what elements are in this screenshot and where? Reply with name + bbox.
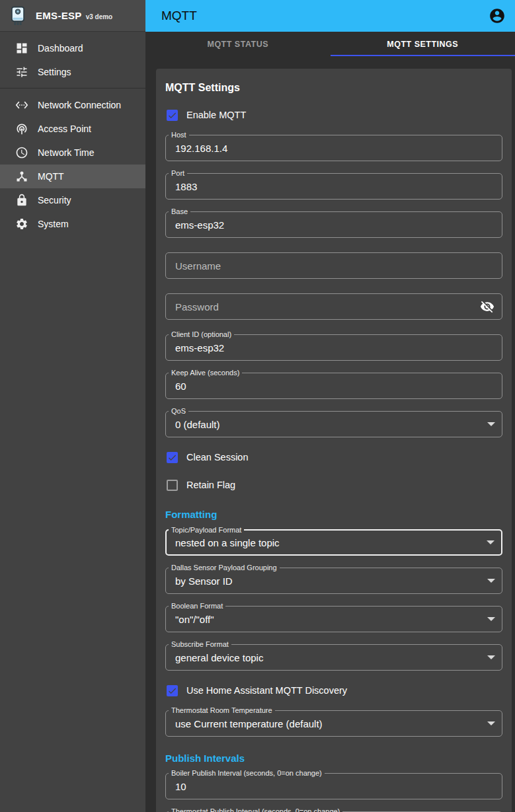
field-label: Keep Alive (seconds)	[169, 369, 242, 377]
clock-icon	[15, 146, 28, 159]
port-field[interactable]: Port 1883	[165, 173, 502, 200]
main-area: MQTT MQTT STATUS MQTT SETTINGS MQTT Sett…	[145, 0, 515, 812]
field-value: general device topic	[175, 652, 263, 663]
field-label: Host	[169, 131, 189, 139]
field-value: ems-esp32	[175, 219, 224, 231]
field-value: 60	[175, 381, 186, 392]
tune-icon	[15, 65, 28, 79]
field-value: use Current temperature (default)	[175, 718, 323, 729]
host-field[interactable]: Host 192.168.1.4	[165, 135, 502, 161]
app-title: EMS-ESP	[36, 10, 82, 21]
field-value: by Sensor ID	[175, 575, 233, 587]
sidebar-item-label: Network Connection	[38, 100, 121, 110]
sidebar: EMS-ESP v3 demo Dashboard Settings	[0, 0, 145, 812]
ethernet-icon	[15, 98, 28, 112]
publish-intervals-section-heading: Publish Intervals	[165, 753, 502, 764]
tab-mqtt-settings[interactable]: MQTT SETTINGS	[331, 32, 515, 56]
formatting-section-heading: Formatting	[165, 509, 502, 520]
app-version: v3 demo	[86, 13, 113, 20]
chevron-down-icon	[487, 617, 495, 621]
sidebar-project-group: Network Connection Access Point Network …	[0, 89, 145, 240]
checkbox-unchecked-icon[interactable]	[167, 480, 178, 491]
field-value: "on"/"off"	[175, 614, 214, 625]
sidebar-item-network-time[interactable]: Network Time	[0, 141, 145, 165]
base-field[interactable]: Base ems-esp32	[165, 211, 502, 238]
username-field[interactable]: Username	[165, 252, 502, 279]
enable-mqtt-checkbox-row[interactable]: Enable MQTT	[165, 107, 502, 123]
thermostat-room-temp-select[interactable]: Thermostat Room Temperature use Current …	[165, 710, 502, 737]
field-value: ems-esp32	[175, 342, 224, 353]
field-label: Subscribe Format	[169, 640, 231, 649]
gear-icon	[15, 217, 28, 231]
topic-payload-format-select[interactable]: Topic/Payload Format nested on a single …	[165, 529, 502, 556]
card-heading: MQTT Settings	[165, 82, 502, 94]
sidebar-item-label: System	[38, 219, 69, 229]
checkbox-label: Enable MQTT	[186, 110, 246, 120]
chevron-down-icon	[487, 655, 495, 659]
wifi-tethering-icon	[15, 122, 28, 135]
clean-session-checkbox-row[interactable]: Clean Session	[165, 449, 502, 465]
sidebar-item-dashboard[interactable]: Dashboard	[0, 36, 145, 60]
dallas-grouping-select[interactable]: Dallas Sensor Payload Grouping by Sensor…	[165, 568, 502, 594]
tab-mqtt-status[interactable]: MQTT STATUS	[145, 32, 331, 56]
field-value: 0 (default)	[175, 419, 220, 430]
boiler-publish-interval-field[interactable]: Boiler Publish Interval (seconds, 0=on c…	[165, 773, 502, 799]
chevron-down-icon	[487, 422, 495, 426]
checkbox-label: Clean Session	[186, 452, 249, 462]
field-label: Port	[169, 169, 187, 178]
sidebar-item-label: MQTT	[38, 171, 64, 182]
sidebar-item-label: Network Time	[38, 147, 95, 158]
sidebar-item-label: Security	[38, 195, 71, 205]
password-field[interactable]: Password	[165, 293, 502, 320]
keep-alive-field[interactable]: Keep Alive (seconds) 60	[165, 373, 502, 399]
checkbox-label: Use Home Assistant MQTT Discovery	[186, 685, 347, 696]
ha-discovery-checkbox-row[interactable]: Use Home Assistant MQTT Discovery	[165, 683, 502, 698]
field-placeholder: Username	[175, 260, 221, 272]
sidebar-item-label: Dashboard	[38, 43, 83, 54]
checkbox-checked-icon[interactable]	[167, 452, 178, 463]
sidebar-item-mqtt[interactable]: MQTT	[0, 165, 145, 188]
sidebar-item-security[interactable]: Security	[0, 188, 145, 212]
dashboard-icon	[15, 42, 28, 55]
subscribe-format-select[interactable]: Subscribe Format general device topic	[165, 644, 502, 671]
checkbox-checked-icon[interactable]	[167, 685, 178, 696]
sidebar-item-label: Access Point	[38, 124, 91, 134]
app-root: EMS-ESP v3 demo Dashboard Settings	[0, 0, 515, 812]
boolean-format-select[interactable]: Boolean Format "on"/"off"	[165, 606, 502, 632]
client-id-field[interactable]: Client ID (optional) ems-esp32	[165, 334, 502, 361]
field-label: Thermostat Room Temperature	[169, 706, 275, 715]
ems-esp-logo-icon	[9, 6, 26, 26]
tab-indicator	[331, 55, 515, 56]
sidebar-item-network-connection[interactable]: Network Connection	[0, 93, 145, 117]
page-title: MQTT	[161, 9, 489, 23]
sidebar-item-access-point[interactable]: Access Point	[0, 117, 145, 141]
field-placeholder: Password	[175, 301, 219, 313]
field-value: 1883	[175, 181, 197, 192]
field-label: Dallas Sensor Payload Grouping	[169, 564, 280, 572]
field-label: Base	[169, 207, 190, 216]
sidebar-item-label: Settings	[38, 67, 71, 77]
field-label: Client ID (optional)	[169, 330, 234, 339]
field-value: nested on a single topic	[175, 537, 280, 548]
field-label: Thermostat Publish Interval (seconds, 0=…	[169, 807, 342, 812]
qos-select[interactable]: QoS 0 (default)	[165, 411, 502, 437]
sidebar-primary-group: Dashboard Settings	[0, 32, 145, 88]
field-value: 10	[175, 781, 186, 792]
sidebar-header: EMS-ESP v3 demo	[0, 0, 145, 32]
account-circle-icon[interactable]	[489, 7, 506, 24]
checkbox-label: Retain Flag	[186, 480, 235, 490]
content-area: MQTT Settings Enable MQTT Host 192.168.1…	[145, 56, 515, 812]
field-label: Boiler Publish Interval (seconds, 0=on c…	[169, 769, 325, 778]
sidebar-item-system[interactable]: System	[0, 212, 145, 236]
mqtt-settings-card: MQTT Settings Enable MQTT Host 192.168.1…	[156, 69, 512, 812]
lock-icon	[15, 194, 28, 207]
retain-flag-checkbox-row[interactable]: Retain Flag	[165, 477, 502, 493]
device-hub-icon	[15, 170, 28, 183]
checkbox-checked-icon[interactable]	[167, 110, 178, 121]
sidebar-item-settings[interactable]: Settings	[0, 60, 145, 84]
tabbar: MQTT STATUS MQTT SETTINGS	[145, 32, 515, 56]
chevron-down-icon	[487, 540, 495, 544]
field-label: Topic/Payload Format	[169, 526, 244, 535]
visibility-off-icon[interactable]	[480, 299, 495, 314]
field-label: Boolean Format	[169, 602, 225, 610]
